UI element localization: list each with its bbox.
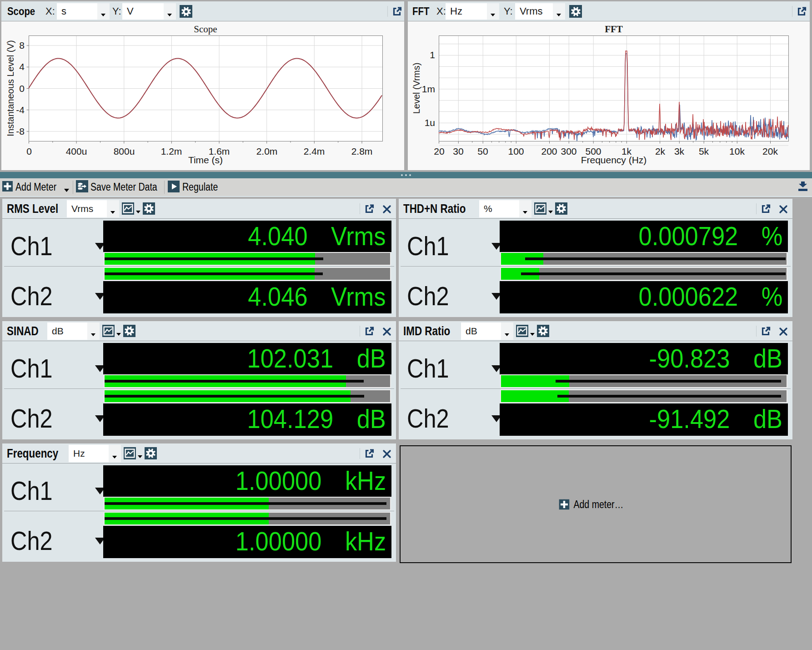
svg-text:2k: 2k xyxy=(655,146,666,156)
svg-text:0: 0 xyxy=(26,146,32,156)
svg-text:1: 1 xyxy=(430,50,435,60)
svg-text:20: 20 xyxy=(434,146,444,156)
svg-text:2.8m: 2.8m xyxy=(351,146,373,156)
svg-text:Time (s): Time (s) xyxy=(188,155,223,165)
svg-text:30: 30 xyxy=(453,146,463,156)
svg-text:2.4m: 2.4m xyxy=(304,146,325,156)
svg-text:Scope: Scope xyxy=(194,24,217,35)
svg-text:5k: 5k xyxy=(699,146,709,156)
svg-text:Frequency (Hz): Frequency (Hz) xyxy=(581,155,647,165)
svg-text:50: 50 xyxy=(477,146,488,156)
svg-text:8: 8 xyxy=(19,40,25,50)
svg-text:300: 300 xyxy=(561,146,576,156)
svg-text:FFT: FFT xyxy=(605,24,623,35)
svg-text:20k: 20k xyxy=(762,146,778,156)
svg-text:0: 0 xyxy=(19,83,25,94)
svg-text:-4: -4 xyxy=(16,105,25,115)
svg-text:2.0m: 2.0m xyxy=(256,146,278,156)
svg-text:400u: 400u xyxy=(66,146,87,156)
svg-text:100: 100 xyxy=(508,146,524,156)
svg-text:200: 200 xyxy=(541,146,557,156)
svg-text:1m: 1m xyxy=(422,84,435,94)
svg-text:1u: 1u xyxy=(425,117,435,128)
svg-text:1.2m: 1.2m xyxy=(161,146,182,156)
svg-text:3k: 3k xyxy=(674,146,685,156)
svg-text:Instantaneous Level (V): Instantaneous Level (V) xyxy=(5,40,15,136)
svg-text:4: 4 xyxy=(19,61,25,72)
svg-text:Level (Vrms): Level (Vrms) xyxy=(411,63,421,114)
svg-text:10k: 10k xyxy=(729,146,745,156)
svg-text:-8: -8 xyxy=(16,126,25,136)
svg-text:800u: 800u xyxy=(114,146,135,156)
